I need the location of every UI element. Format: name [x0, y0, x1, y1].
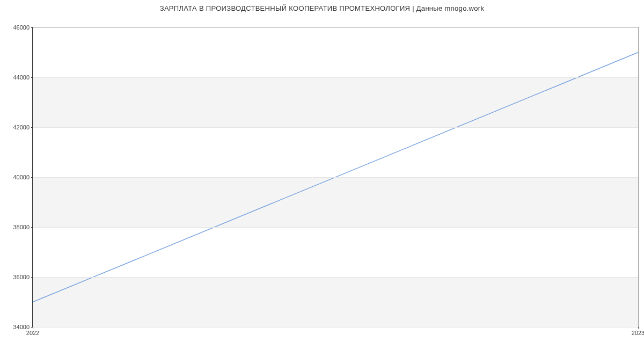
y-tick	[31, 177, 33, 178]
y-tick	[31, 127, 33, 128]
y-tick-label: 40000	[13, 174, 30, 180]
y-gridline	[33, 277, 638, 278]
chart-container: 3400036000380004000042000440004600020222…	[0, 16, 644, 338]
y-gridline	[33, 327, 638, 328]
y-tick	[31, 227, 33, 228]
y-tick-label: 44000	[13, 74, 30, 81]
y-tick	[31, 277, 33, 278]
x-tick-label: 2022	[26, 330, 39, 336]
plot-area: 3400036000380004000042000440004600020222…	[32, 27, 639, 328]
y-tick-label: 46000	[13, 24, 30, 31]
x-tick	[638, 327, 639, 329]
y-tick-label: 38000	[13, 224, 30, 230]
y-gridline	[33, 227, 638, 228]
y-tick-label: 42000	[13, 124, 30, 130]
y-tick	[31, 77, 33, 78]
y-tick	[31, 27, 33, 28]
y-tick-label: 36000	[13, 274, 30, 280]
y-gridline	[33, 127, 638, 128]
y-gridline	[33, 27, 638, 28]
y-gridline	[33, 77, 638, 78]
x-tick	[33, 327, 33, 329]
y-gridline	[33, 177, 638, 178]
x-tick-label: 2023	[632, 330, 644, 336]
chart-title: ЗАРПЛАТА В ПРОИЗВОДСТВЕННЫЙ КООПЕРАТИВ П…	[0, 0, 644, 12]
